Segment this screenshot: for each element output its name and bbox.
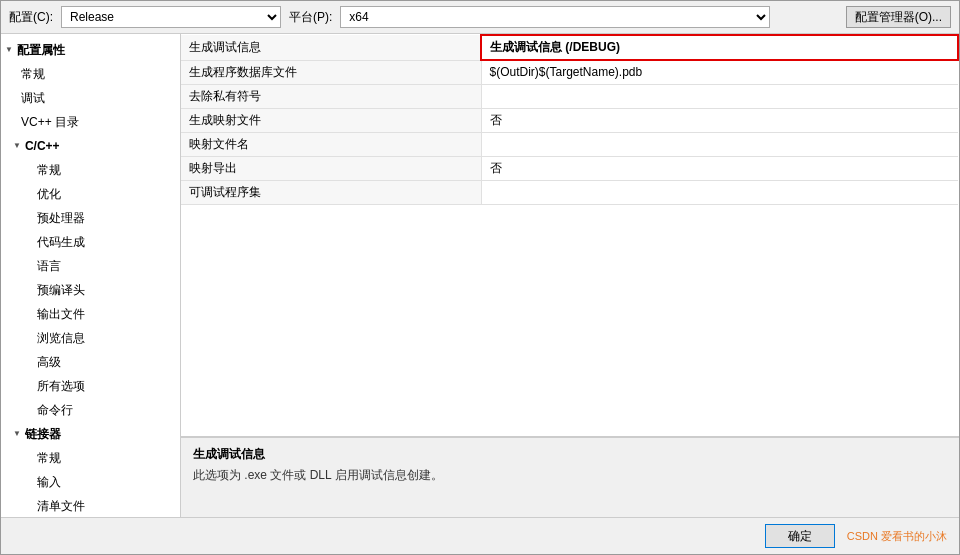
property-value[interactable]: 否 bbox=[481, 108, 958, 132]
sidebar-item-linker-input[interactable]: 输入 bbox=[1, 470, 180, 494]
description-text: 此选项为 .exe 文件或 DLL 启用调试信息创建。 bbox=[193, 467, 947, 484]
table-row[interactable]: 生成映射文件否 bbox=[181, 108, 958, 132]
sidebar-item-cpp-cmdline[interactable]: 命令行 bbox=[1, 398, 180, 422]
property-value[interactable]: 否 bbox=[481, 156, 958, 180]
config-select[interactable]: Release bbox=[61, 6, 281, 28]
property-name: 可调试程序集 bbox=[181, 180, 481, 204]
platform-label: 平台(P): bbox=[289, 9, 332, 26]
table-row[interactable]: 映射文件名 bbox=[181, 132, 958, 156]
sidebar-item-vc-dirs[interactable]: VC++ 目录 bbox=[1, 110, 180, 134]
table-row[interactable]: 可调试程序集 bbox=[181, 180, 958, 204]
sidebar-item-cpp-language[interactable]: 语言 bbox=[1, 254, 180, 278]
cpp-group-label: C/C++ bbox=[25, 136, 60, 156]
table-row[interactable]: 映射导出否 bbox=[181, 156, 958, 180]
sidebar-item-linker-manifest[interactable]: 清单文件 bbox=[1, 494, 180, 517]
right-panel: 生成调试信息生成调试信息 (/DEBUG)生成程序数据库文件$(OutDir)$… bbox=[181, 34, 959, 517]
linker-group-label: 链接器 bbox=[25, 424, 61, 444]
properties-list: 生成调试信息生成调试信息 (/DEBUG)生成程序数据库文件$(OutDir)$… bbox=[181, 34, 959, 205]
description-area: 生成调试信息 此选项为 .exe 文件或 DLL 启用调试信息创建。 bbox=[181, 437, 959, 517]
table-row[interactable]: 去除私有符号 bbox=[181, 84, 958, 108]
sidebar-item-cpp-general[interactable]: 常规 bbox=[1, 158, 180, 182]
sidebar-group-cpp[interactable]: C/C++ bbox=[1, 134, 180, 158]
sidebar-item-cpp-optimize[interactable]: 优化 bbox=[1, 182, 180, 206]
bottom-bar: 确定 CSDN 爱看书的小沐 bbox=[1, 517, 959, 554]
sidebar-item-cpp-all[interactable]: 所有选项 bbox=[1, 374, 180, 398]
property-value[interactable]: $(OutDir)$(TargetName).pdb bbox=[481, 60, 958, 84]
sidebar-item-cpp-precompiled[interactable]: 预编译头 bbox=[1, 278, 180, 302]
sidebar-group-config-props[interactable]: 配置属性 bbox=[1, 38, 180, 62]
property-value[interactable] bbox=[481, 84, 958, 108]
watermark-text: CSDN 爱看书的小沐 bbox=[847, 529, 947, 544]
property-value[interactable] bbox=[481, 180, 958, 204]
properties-table: 生成调试信息生成调试信息 (/DEBUG)生成程序数据库文件$(OutDir)$… bbox=[181, 34, 959, 437]
property-name: 映射导出 bbox=[181, 156, 481, 180]
main-dialog: 配置(C): Release 平台(P): x64 配置管理器(O)... 配置… bbox=[0, 0, 960, 555]
property-name: 生成调试信息 bbox=[181, 35, 481, 60]
sidebar: 配置属性 常规 调试 VC++ 目录 C/C++ 常规 优化 预处理器 代码生成… bbox=[1, 34, 181, 517]
config-label: 配置(C): bbox=[9, 9, 53, 26]
sidebar-item-cpp-output[interactable]: 输出文件 bbox=[1, 302, 180, 326]
config-props-label: 配置属性 bbox=[17, 40, 65, 60]
main-content: 配置属性 常规 调试 VC++ 目录 C/C++ 常规 优化 预处理器 代码生成… bbox=[1, 34, 959, 517]
sidebar-item-cpp-codegen[interactable]: 代码生成 bbox=[1, 230, 180, 254]
sidebar-group-linker[interactable]: 链接器 bbox=[1, 422, 180, 446]
property-value[interactable]: 生成调试信息 (/DEBUG) bbox=[481, 35, 958, 60]
sidebar-item-debug[interactable]: 调试 bbox=[1, 86, 180, 110]
property-value[interactable] bbox=[481, 132, 958, 156]
table-row[interactable]: 生成调试信息生成调试信息 (/DEBUG) bbox=[181, 35, 958, 60]
property-name: 生成映射文件 bbox=[181, 108, 481, 132]
property-name: 映射文件名 bbox=[181, 132, 481, 156]
sidebar-item-cpp-browse[interactable]: 浏览信息 bbox=[1, 326, 180, 350]
property-name: 去除私有符号 bbox=[181, 84, 481, 108]
description-title: 生成调试信息 bbox=[193, 446, 947, 463]
sidebar-item-general[interactable]: 常规 bbox=[1, 62, 180, 86]
config-manager-button[interactable]: 配置管理器(O)... bbox=[846, 6, 951, 28]
toolbar: 配置(C): Release 平台(P): x64 配置管理器(O)... bbox=[1, 1, 959, 34]
ok-button[interactable]: 确定 bbox=[765, 524, 835, 548]
sidebar-item-cpp-advanced[interactable]: 高级 bbox=[1, 350, 180, 374]
property-name: 生成程序数据库文件 bbox=[181, 60, 481, 84]
platform-select[interactable]: x64 bbox=[340, 6, 770, 28]
table-row[interactable]: 生成程序数据库文件$(OutDir)$(TargetName).pdb bbox=[181, 60, 958, 84]
sidebar-item-cpp-preprocessor[interactable]: 预处理器 bbox=[1, 206, 180, 230]
sidebar-item-linker-general[interactable]: 常规 bbox=[1, 446, 180, 470]
